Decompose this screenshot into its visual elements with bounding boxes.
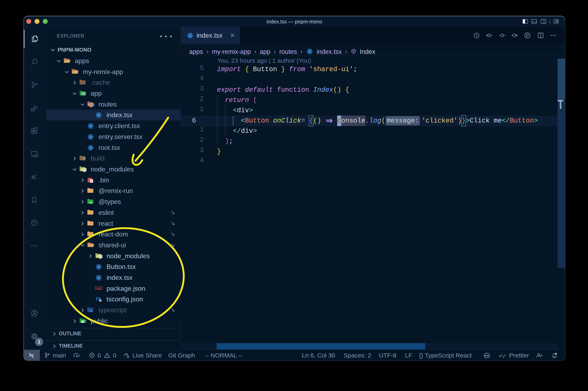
svg-text:npm: npm [97,287,101,290]
svg-text:TS: TS [89,202,92,204]
svg-text:10: 10 [91,181,93,183]
svg-text:JS: JS [83,169,86,171]
svg-text:N: N [31,174,36,181]
svg-text:JS: JS [99,256,101,258]
svg-text:TS: TS [89,310,92,312]
